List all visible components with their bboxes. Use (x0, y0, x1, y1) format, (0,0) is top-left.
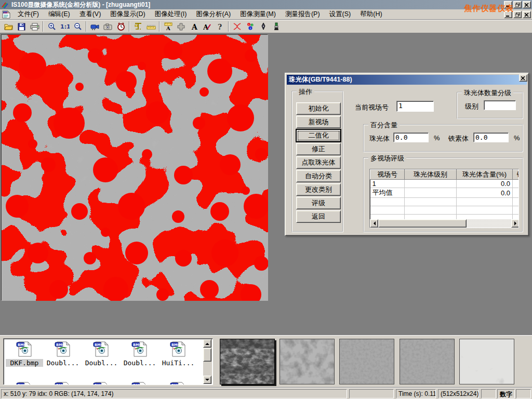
merge-button[interactable] (175, 21, 188, 32)
pearlite-dialog: 珠光体(GB/T9441-88) 操作 初始化 新视场 二值化 修正 点取珠光体… (285, 73, 529, 236)
level-input[interactable] (484, 100, 516, 110)
floppy-icon (18, 23, 25, 31)
thumbnail-5[interactable] (459, 339, 514, 384)
document-icon[interactable]: DOC (2, 10, 11, 19)
thumbnail-1[interactable] (220, 339, 275, 384)
menu-view[interactable]: 查看(V) (75, 9, 106, 20)
restore-button[interactable] (513, 1, 522, 8)
measure-text-button[interactable]: A (162, 21, 175, 32)
init-button[interactable]: 初始化 (296, 102, 341, 115)
classify-button[interactable]: 123 (244, 21, 257, 32)
child-restore-button[interactable] (513, 11, 522, 18)
file-list-scrollbar[interactable] (203, 339, 212, 384)
col-ferrite[interactable]: 铁素体 (513, 170, 520, 180)
menu-image-measure[interactable]: 图像测量(M) (235, 9, 281, 20)
pearlite-percent-input[interactable]: 0.0 (393, 132, 429, 142)
ferrite-percent-input[interactable]: 0.0 (473, 132, 509, 142)
correct-button[interactable]: 修正 (296, 143, 341, 155)
return-button[interactable]: 返回 (296, 210, 341, 223)
scroll-left-button[interactable] (370, 219, 378, 228)
toolbar-separator (159, 21, 160, 32)
curve-tool-button[interactable] (231, 21, 244, 32)
scroll-up-button[interactable] (203, 339, 211, 348)
bmp-file-icon: BMP (131, 341, 149, 357)
file-item[interactable]: BMP Doubl... (121, 341, 158, 367)
camera-capture-button[interactable] (101, 21, 114, 32)
file-item[interactable]: BMP (6, 381, 43, 385)
rate-button[interactable]: 评级 (296, 197, 341, 209)
col-field-number[interactable]: 视场号 (370, 170, 405, 180)
file-item[interactable]: BMP Doubl... (83, 341, 120, 367)
open-button[interactable] (2, 21, 15, 32)
svg-text:BMP: BMP (56, 343, 64, 347)
table-horizontal-scrollbar[interactable] (370, 219, 519, 228)
col-pearlite-grade[interactable]: 珠光体级别 (405, 170, 457, 180)
timer-button[interactable] (114, 21, 127, 32)
file-list[interactable]: BMP DKF.bmp BMP Doubl... BMP Doubl... BM… (3, 338, 213, 385)
menu-image-process[interactable]: 图像处理(I) (150, 9, 192, 20)
pen-tool-button[interactable] (257, 21, 270, 32)
bmp-file-icon: BMP (169, 341, 187, 357)
table-row[interactable]: 平均值 0.0 (370, 188, 520, 198)
status-mode: 数字 (497, 389, 515, 398)
thumbnail-2[interactable] (280, 339, 335, 384)
annotate-button[interactable]: A (201, 21, 214, 32)
file-item[interactable]: BMP (44, 381, 82, 385)
file-item[interactable]: BMP Doubl... (44, 341, 82, 367)
menu-help[interactable]: 帮助(H) (355, 9, 387, 20)
scrollbar-thumb[interactable] (378, 219, 467, 228)
save-button[interactable] (15, 21, 28, 32)
close-button[interactable] (523, 1, 531, 8)
current-field-input[interactable]: 1 (396, 101, 434, 112)
ruler-button[interactable] (144, 21, 157, 32)
thumbnail-3[interactable] (339, 339, 394, 384)
file-item[interactable]: BMP HuiTi... (159, 341, 197, 367)
new-field-button[interactable]: 新视场 (296, 116, 341, 128)
menu-report[interactable]: 测量报告(P) (281, 9, 325, 20)
menu-settings[interactable]: 设置(S) (325, 9, 356, 20)
zoom-in-button[interactable] (45, 21, 58, 32)
file-item[interactable]: BMP DKF.bmp (6, 341, 43, 367)
pick-pearlite-button[interactable]: 点取珠光体 (296, 156, 341, 169)
menu-file[interactable]: 文件(F) (13, 9, 44, 20)
video-capture-button[interactable] (88, 21, 101, 32)
binarize-button[interactable]: 二值化 (296, 129, 341, 142)
text-button[interactable]: A (188, 21, 201, 32)
child-close-button[interactable] (523, 11, 531, 18)
dialog-close-button[interactable] (519, 74, 527, 82)
table-row[interactable]: 1 0.0 (370, 180, 520, 188)
brush-tool-button[interactable] (270, 21, 283, 32)
actual-size-button[interactable]: 1:1 (58, 21, 71, 32)
caliper-button[interactable] (131, 21, 144, 32)
child-minimize-button[interactable] (504, 11, 512, 18)
menu-edit[interactable]: 编辑(E) (44, 9, 75, 20)
svg-text:BMP: BMP (95, 383, 103, 385)
table-row (370, 206, 520, 215)
zoom-out-button[interactable] (71, 21, 84, 32)
auto-classify-button[interactable]: 自动分类 (296, 170, 341, 182)
minimize-button[interactable] (504, 1, 512, 8)
col-pearlite-percent[interactable]: 珠光体含量(%) (457, 170, 513, 180)
percent-group-label: 百分含量 (368, 121, 400, 130)
change-class-button[interactable]: 更改类别 (296, 183, 341, 196)
bmp-file-icon: BMP (92, 341, 110, 357)
scroll-right-button[interactable] (511, 219, 519, 228)
file-item[interactable]: BMP (159, 381, 197, 385)
brush-icon (273, 22, 280, 31)
multi-field-table[interactable]: 视场号 珠光体级别 珠光体含量(%) 铁素体 1 0.0 平均值 0.0 (369, 169, 519, 228)
svg-text:BMP: BMP (56, 383, 64, 385)
active-image[interactable] (1, 34, 268, 300)
clock-icon (117, 22, 125, 31)
thumbnail-4[interactable] (400, 339, 455, 384)
file-item[interactable]: BMP (121, 381, 158, 385)
pixel-info: x: 510 y: 79 idx: 0 RGB: (174, 174, 174) (1, 389, 347, 398)
file-item[interactable]: BMP (83, 381, 120, 385)
scrollbar-thumb[interactable] (203, 348, 211, 362)
print-button[interactable] (28, 21, 41, 32)
menu-image-display[interactable]: 图像显示(D) (105, 9, 150, 20)
ruler-icon (147, 23, 156, 30)
menu-image-analysis[interactable]: 图像分析(A) (191, 9, 235, 20)
help-button[interactable]: ? (214, 21, 227, 32)
scroll-down-button[interactable] (203, 376, 211, 384)
grading-group: 珠光体数量分级 级别 (457, 92, 523, 119)
